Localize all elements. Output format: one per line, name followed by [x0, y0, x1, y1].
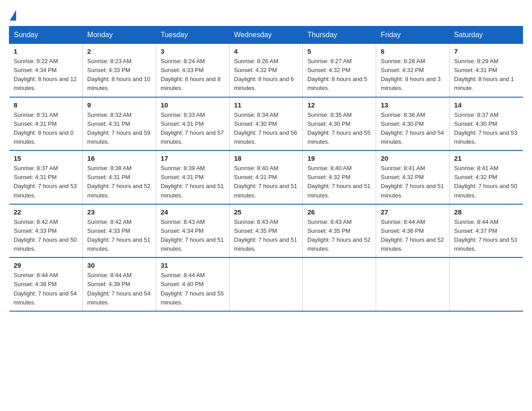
day-info: Sunrise: 8:44 AMSunset: 4:39 PMDaylight:…	[87, 272, 150, 305]
calendar-cell	[376, 257, 450, 311]
day-info: Sunrise: 8:34 AMSunset: 4:30 PMDaylight:…	[234, 111, 297, 145]
calendar-cell: 5 Sunrise: 8:27 AMSunset: 4:32 PMDayligh…	[303, 44, 376, 97]
day-info: Sunrise: 8:44 AMSunset: 4:38 PMDaylight:…	[14, 272, 77, 305]
day-info: Sunrise: 8:42 AMSunset: 4:33 PMDaylight:…	[14, 218, 77, 252]
calendar-cell: 19 Sunrise: 8:40 AMSunset: 4:32 PMDaylig…	[303, 150, 376, 204]
day-number: 25	[234, 208, 298, 216]
day-header-sunday: Sunday	[9, 26, 83, 44]
logo-triangle-icon	[10, 10, 16, 21]
calendar-cell: 8 Sunrise: 8:31 AMSunset: 4:31 PMDayligh…	[9, 97, 83, 151]
calendar-cell: 2 Sunrise: 8:23 AMSunset: 4:33 PMDayligh…	[82, 44, 156, 97]
day-info: Sunrise: 8:39 AMSunset: 4:31 PMDaylight:…	[161, 165, 224, 198]
day-number: 22	[14, 208, 78, 216]
calendar-cell: 28 Sunrise: 8:44 AMSunset: 4:37 PMDaylig…	[450, 204, 523, 258]
calendar-table: SundayMondayTuesdayWednesdayThursdayFrid…	[9, 26, 523, 312]
day-info: Sunrise: 8:43 AMSunset: 4:35 PMDaylight:…	[234, 218, 297, 252]
calendar-cell	[229, 257, 303, 311]
day-number: 12	[307, 101, 371, 109]
calendar-cell: 10 Sunrise: 8:33 AMSunset: 4:31 PMDaylig…	[156, 97, 229, 151]
day-header-monday: Monday	[82, 26, 156, 44]
day-info: Sunrise: 8:37 AMSunset: 4:31 PMDaylight:…	[14, 165, 77, 198]
logo	[9, 9, 16, 19]
calendar-cell: 6 Sunrise: 8:28 AMSunset: 4:32 PMDayligh…	[376, 44, 450, 97]
day-number: 28	[454, 208, 518, 216]
day-header-wednesday: Wednesday	[229, 26, 303, 44]
calendar-week-1: 1 Sunrise: 8:22 AMSunset: 4:34 PMDayligh…	[9, 44, 523, 97]
calendar-cell: 26 Sunrise: 8:43 AMSunset: 4:35 PMDaylig…	[303, 204, 376, 258]
day-info: Sunrise: 8:35 AMSunset: 4:30 PMDaylight:…	[307, 111, 370, 145]
day-header-friday: Friday	[376, 26, 450, 44]
day-info: Sunrise: 8:40 AMSunset: 4:31 PMDaylight:…	[234, 165, 297, 198]
day-number: 20	[381, 154, 445, 162]
day-info: Sunrise: 8:42 AMSunset: 4:33 PMDaylight:…	[87, 218, 150, 252]
calendar-cell: 18 Sunrise: 8:40 AMSunset: 4:31 PMDaylig…	[229, 150, 303, 204]
calendar-week-5: 29 Sunrise: 8:44 AMSunset: 4:38 PMDaylig…	[9, 257, 523, 311]
day-number: 27	[381, 208, 445, 216]
day-number: 7	[454, 47, 518, 55]
day-number: 5	[307, 47, 371, 55]
day-info: Sunrise: 8:44 AMSunset: 4:40 PMDaylight:…	[161, 272, 224, 305]
calendar-cell: 17 Sunrise: 8:39 AMSunset: 4:31 PMDaylig…	[156, 150, 229, 204]
calendar-cell: 16 Sunrise: 8:38 AMSunset: 4:31 PMDaylig…	[82, 150, 156, 204]
day-number: 15	[14, 154, 78, 162]
day-info: Sunrise: 8:41 AMSunset: 4:32 PMDaylight:…	[454, 165, 517, 198]
day-number: 26	[307, 208, 371, 216]
day-number: 31	[161, 261, 225, 269]
day-info: Sunrise: 8:37 AMSunset: 4:30 PMDaylight:…	[454, 111, 517, 145]
calendar-week-3: 15 Sunrise: 8:37 AMSunset: 4:31 PMDaylig…	[9, 150, 523, 204]
calendar-cell: 13 Sunrise: 8:36 AMSunset: 4:30 PMDaylig…	[376, 97, 450, 151]
day-info: Sunrise: 8:36 AMSunset: 4:30 PMDaylight:…	[381, 111, 444, 145]
day-number: 3	[161, 47, 225, 55]
day-number: 21	[454, 154, 518, 162]
day-number: 11	[234, 101, 298, 109]
day-info: Sunrise: 8:40 AMSunset: 4:32 PMDaylight:…	[307, 165, 370, 198]
calendar-cell: 1 Sunrise: 8:22 AMSunset: 4:34 PMDayligh…	[9, 44, 83, 97]
day-number: 4	[234, 47, 298, 55]
day-info: Sunrise: 8:24 AMSunset: 4:33 PMDaylight:…	[161, 58, 221, 91]
calendar-cell: 21 Sunrise: 8:41 AMSunset: 4:32 PMDaylig…	[450, 150, 523, 204]
day-number: 17	[161, 154, 225, 162]
calendar-cell: 7 Sunrise: 8:29 AMSunset: 4:31 PMDayligh…	[450, 44, 523, 97]
calendar-cell: 30 Sunrise: 8:44 AMSunset: 4:39 PMDaylig…	[82, 257, 156, 311]
day-info: Sunrise: 8:23 AMSunset: 4:33 PMDaylight:…	[87, 58, 150, 91]
calendar-cell: 20 Sunrise: 8:41 AMSunset: 4:32 PMDaylig…	[376, 150, 450, 204]
day-info: Sunrise: 8:44 AMSunset: 4:37 PMDaylight:…	[454, 218, 517, 252]
day-info: Sunrise: 8:26 AMSunset: 4:32 PMDaylight:…	[234, 58, 294, 91]
page-header	[9, 9, 523, 19]
calendar-cell: 27 Sunrise: 8:44 AMSunset: 4:36 PMDaylig…	[376, 204, 450, 258]
calendar-cell: 9 Sunrise: 8:32 AMSunset: 4:31 PMDayligh…	[82, 97, 156, 151]
day-number: 16	[87, 154, 151, 162]
calendar-cell: 11 Sunrise: 8:34 AMSunset: 4:30 PMDaylig…	[229, 97, 303, 151]
calendar-cell: 4 Sunrise: 8:26 AMSunset: 4:32 PMDayligh…	[229, 44, 303, 97]
day-info: Sunrise: 8:33 AMSunset: 4:31 PMDaylight:…	[161, 111, 224, 145]
day-info: Sunrise: 8:32 AMSunset: 4:31 PMDaylight:…	[87, 111, 150, 145]
calendar-cell: 23 Sunrise: 8:42 AMSunset: 4:33 PMDaylig…	[82, 204, 156, 258]
day-info: Sunrise: 8:41 AMSunset: 4:32 PMDaylight:…	[381, 165, 444, 198]
day-header-thursday: Thursday	[303, 26, 376, 44]
day-number: 8	[14, 101, 78, 109]
day-info: Sunrise: 8:29 AMSunset: 4:31 PMDaylight:…	[454, 58, 514, 91]
day-header-tuesday: Tuesday	[156, 26, 229, 44]
calendar-cell: 22 Sunrise: 8:42 AMSunset: 4:33 PMDaylig…	[9, 204, 83, 258]
day-number: 18	[234, 154, 298, 162]
calendar-cell: 12 Sunrise: 8:35 AMSunset: 4:30 PMDaylig…	[303, 97, 376, 151]
day-info: Sunrise: 8:43 AMSunset: 4:34 PMDaylight:…	[161, 218, 224, 252]
day-info: Sunrise: 8:43 AMSunset: 4:35 PMDaylight:…	[307, 218, 370, 252]
day-number: 13	[381, 101, 445, 109]
day-info: Sunrise: 8:27 AMSunset: 4:32 PMDaylight:…	[307, 58, 367, 91]
day-info: Sunrise: 8:22 AMSunset: 4:34 PMDaylight:…	[14, 58, 77, 91]
calendar-cell: 31 Sunrise: 8:44 AMSunset: 4:40 PMDaylig…	[156, 257, 229, 311]
calendar-cell: 24 Sunrise: 8:43 AMSunset: 4:34 PMDaylig…	[156, 204, 229, 258]
calendar-cell	[450, 257, 523, 311]
calendar-week-2: 8 Sunrise: 8:31 AMSunset: 4:31 PMDayligh…	[9, 97, 523, 151]
day-info: Sunrise: 8:44 AMSunset: 4:36 PMDaylight:…	[381, 218, 444, 252]
calendar-cell: 29 Sunrise: 8:44 AMSunset: 4:38 PMDaylig…	[9, 257, 83, 311]
calendar-header-row: SundayMondayTuesdayWednesdayThursdayFrid…	[9, 26, 523, 44]
calendar-week-4: 22 Sunrise: 8:42 AMSunset: 4:33 PMDaylig…	[9, 204, 523, 258]
calendar-cell: 15 Sunrise: 8:37 AMSunset: 4:31 PMDaylig…	[9, 150, 83, 204]
day-info: Sunrise: 8:28 AMSunset: 4:32 PMDaylight:…	[381, 58, 441, 91]
day-info: Sunrise: 8:38 AMSunset: 4:31 PMDaylight:…	[87, 165, 150, 198]
calendar-cell	[303, 257, 376, 311]
day-number: 19	[307, 154, 371, 162]
day-number: 29	[14, 261, 78, 269]
